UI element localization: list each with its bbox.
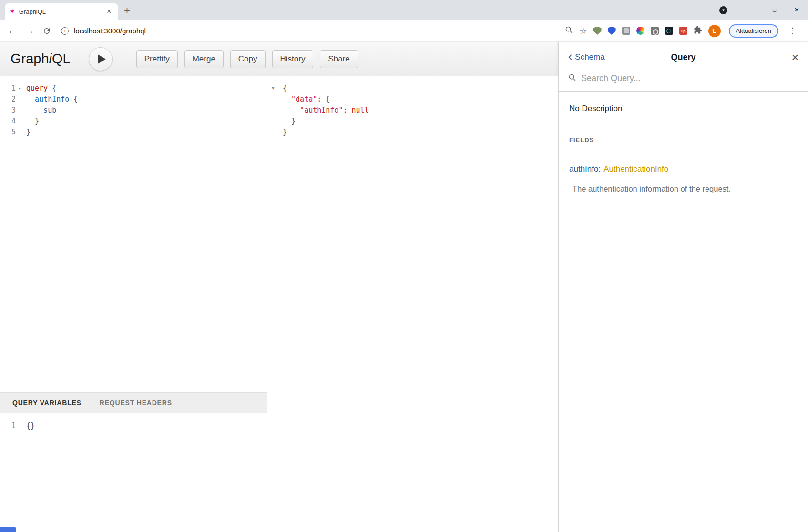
browser-tab[interactable]: ✶ GraphiQL × (5, 3, 118, 20)
query-editor[interactable]: 1▾query {2 authInfo {3 sub4 }5} (0, 76, 267, 392)
address-bar-row: ← → i localhost:3000/graphql ☆ Tp L Aktu (0, 20, 808, 42)
line-number: 3 (1, 105, 16, 116)
close-icon[interactable]: × (747, 51, 798, 63)
result-pane[interactable]: ▾ { "data": { "authInfo": null }} (267, 76, 558, 532)
docs-back-link[interactable]: ‹ Schema (568, 52, 620, 62)
graphiql-toolbar: GraphiQL Prettify Merge Copy History Sha… (0, 42, 558, 76)
fields-header: FIELDS (569, 136, 798, 143)
site-info-icon[interactable]: i (61, 27, 69, 35)
code-text: } (280, 116, 296, 127)
reload-icon[interactable] (39, 23, 54, 39)
editor-gutter: 4 (0, 116, 24, 127)
code-line[interactable]: "data": { (267, 94, 558, 105)
docs-search-row (559, 72, 808, 92)
variables-editor[interactable]: 1{} (0, 413, 267, 532)
field-authinfo: authInfo:AuthenticationInfo (569, 164, 798, 174)
code-text: { (280, 83, 287, 94)
code-text: } (24, 127, 31, 138)
field-type-link[interactable]: AuthenticationInfo (603, 164, 668, 174)
gray-extension-icon[interactable] (622, 27, 630, 35)
fold-spacer (16, 420, 24, 431)
execute-query-button[interactable] (89, 47, 113, 71)
line-number: 4 (1, 116, 16, 127)
window-close-button[interactable]: × (786, 0, 808, 20)
prettify-button[interactable]: Prettify (136, 50, 178, 68)
line-number: 1 (1, 420, 16, 431)
profile-avatar[interactable]: L (708, 25, 721, 37)
field-description: The authentication information of the re… (573, 184, 798, 194)
search-icon (568, 73, 576, 83)
history-button[interactable]: History (272, 50, 314, 68)
tab-strip: ✶ GraphiQL × + ▾ ─ □ × (0, 0, 808, 20)
code-line[interactable]: 3 sub (0, 105, 267, 116)
editor-gutter: 5 (0, 127, 24, 138)
scrollbar-corner-indicator (0, 527, 16, 532)
fold-spacer (16, 105, 24, 116)
editor-gutter: 1 (0, 420, 24, 431)
fold-arrow-icon[interactable]: ▾ (272, 85, 275, 91)
code-line[interactable]: 4 } (0, 116, 267, 127)
editor-gutter: 2 (0, 94, 24, 105)
code-text: } (24, 116, 39, 127)
variables-tab-bar: QUERY VARIABLES REQUEST HEADERS (0, 392, 267, 413)
forward-icon[interactable]: → (22, 23, 37, 39)
back-icon[interactable]: ← (5, 23, 20, 39)
line-number: 5 (1, 127, 16, 138)
code-line[interactable]: 5} (0, 127, 267, 138)
docs-search-input[interactable] (581, 73, 798, 83)
colorwheel-extension-icon[interactable] (636, 27, 644, 35)
code-line[interactable]: { (267, 83, 558, 94)
docs-header: ‹ Schema Query × (559, 42, 808, 72)
fold-spacer (16, 116, 24, 127)
code-line[interactable]: } (267, 127, 558, 138)
editor-gutter: 3 (0, 105, 24, 116)
extensions-puzzle-icon[interactable] (694, 26, 702, 36)
query-pane: 1▾query {2 authInfo {3 sub4 }5} QUERY VA… (0, 76, 267, 532)
tampermonkey-extension-icon[interactable]: Tp (679, 27, 687, 35)
refresh-page-button[interactable]: Aktualisieren (729, 24, 778, 38)
shield-blue-extension-icon[interactable] (608, 27, 616, 35)
field-name-link[interactable]: authInfo (569, 164, 598, 174)
field-colon: : (598, 164, 601, 174)
editor-gutter: 1▾ (0, 83, 24, 94)
line-number: 2 (1, 94, 16, 105)
copy-button[interactable]: Copy (230, 50, 266, 68)
tab-title: GraphiQL (19, 8, 101, 15)
bookmark-star-icon[interactable]: ☆ (579, 27, 587, 35)
browser-chrome: ✶ GraphiQL × + ▾ ─ □ × ← → i localhost:3… (0, 0, 808, 42)
merge-button[interactable]: Merge (184, 50, 224, 68)
window-minimize-button[interactable]: ─ (741, 0, 763, 20)
chevron-left-icon: ‹ (568, 51, 572, 62)
url-text: localhost:3000/graphql (74, 27, 146, 35)
tab-close-icon[interactable]: × (105, 7, 113, 16)
tab-query-variables[interactable]: QUERY VARIABLES (12, 399, 82, 407)
address-bar[interactable]: i localhost:3000/graphql (56, 23, 563, 39)
new-tab-button[interactable]: + (124, 6, 130, 16)
docs-title: Query (620, 52, 747, 62)
fold-spacer (16, 127, 24, 138)
docs-back-label: Schema (575, 52, 604, 62)
code-text: authInfo { (24, 94, 78, 105)
docs-panel: ‹ Schema Query × No Description FIELDS a… (558, 42, 808, 532)
code-line[interactable]: 1{} (0, 420, 267, 431)
code-line[interactable]: 1▾query { (0, 83, 267, 94)
code-text: "data": { (280, 94, 330, 105)
window-maximize-button[interactable]: □ (763, 0, 786, 20)
tab-request-headers[interactable]: REQUEST HEADERS (100, 399, 172, 407)
menu-kebab-icon[interactable]: ⋮ (785, 26, 800, 36)
code-text: {} (24, 420, 35, 431)
code-line[interactable]: 2 authInfo { (0, 94, 267, 105)
code-text: sub (24, 105, 56, 116)
shield-green-extension-icon[interactable] (593, 27, 602, 35)
zoom-icon[interactable] (565, 26, 573, 36)
fold-arrow-icon[interactable]: ▾ (16, 83, 24, 94)
camera-extension-icon[interactable] (651, 27, 659, 35)
code-line[interactable]: } (267, 116, 558, 127)
chrome-status-icon[interactable]: ▾ (719, 6, 727, 14)
fold-spacer (16, 94, 24, 105)
graphql-favicon-icon: ✶ (10, 8, 15, 15)
app-logo: GraphiQL (10, 51, 71, 67)
share-button[interactable]: Share (320, 50, 358, 68)
code-line[interactable]: "authInfo": null (267, 105, 558, 116)
atom-extension-icon[interactable] (665, 27, 673, 35)
